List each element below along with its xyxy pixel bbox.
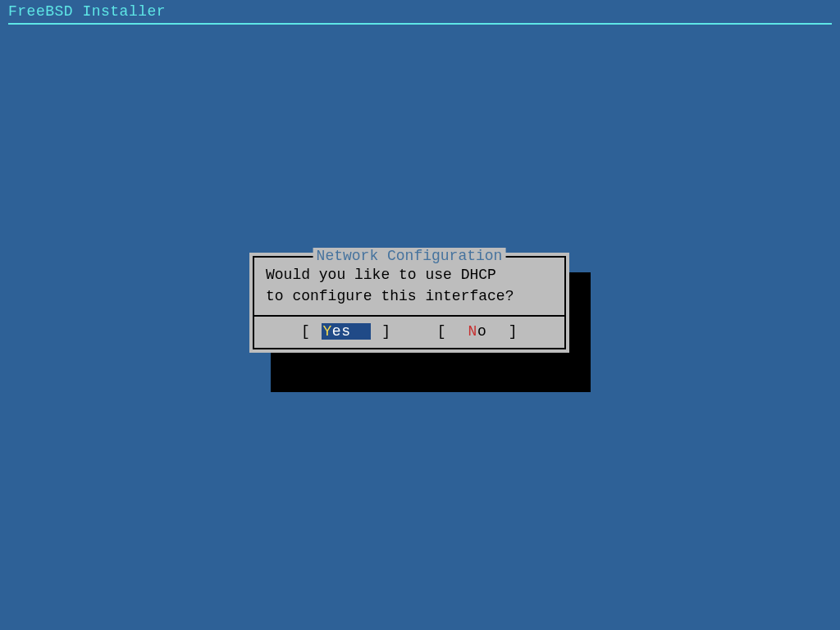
- yes-button-label: Yes: [322, 323, 372, 340]
- no-hotkey: N: [468, 323, 477, 340]
- bracket-close-icon: ]: [490, 323, 518, 340]
- bracket-close-icon: ]: [372, 323, 391, 340]
- dialog-title: Network Configuration: [313, 248, 506, 264]
- dialog-button-row: [ Yes ] [ No ]: [254, 315, 564, 348]
- bracket-open-icon: [: [437, 323, 465, 340]
- yes-button[interactable]: [ Yes ]: [301, 323, 391, 340]
- title-divider: [8, 23, 832, 25]
- yes-hotkey: Y: [323, 323, 332, 340]
- bracket-open-icon: [: [301, 323, 320, 340]
- yes-rest: es: [332, 323, 351, 340]
- network-config-dialog: Network Configuration Would you like to …: [249, 253, 569, 353]
- dialog-message: Would you like to use DHCP to configure …: [266, 264, 553, 307]
- no-button-label: No: [467, 323, 489, 340]
- dialog-body: Network Configuration Would you like to …: [254, 258, 564, 315]
- installer-title: FreeBSD Installer: [0, 0, 840, 21]
- dialog-frame: Network Configuration Would you like to …: [253, 256, 566, 349]
- no-button[interactable]: [ No ]: [437, 323, 518, 340]
- no-rest: o: [477, 323, 486, 340]
